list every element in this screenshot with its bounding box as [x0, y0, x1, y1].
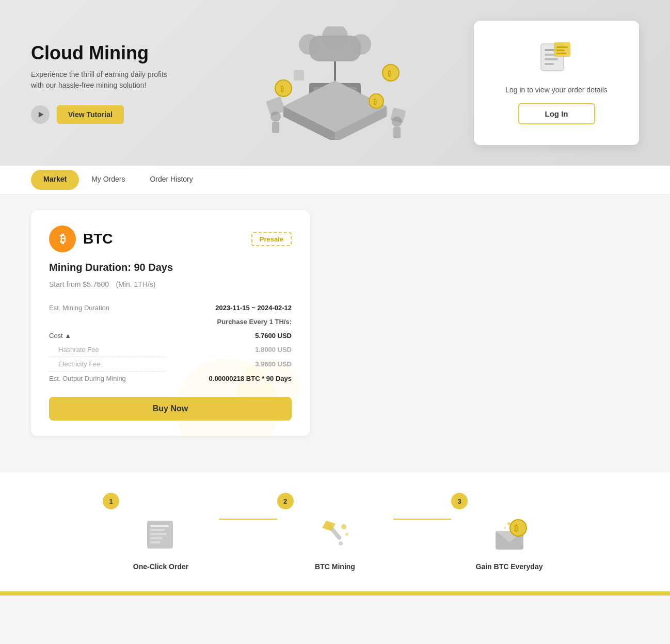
- svg-text:₿: ₿: [388, 69, 391, 77]
- svg-text:₿: ₿: [514, 524, 518, 533]
- electricity-fee-label: Electricity Fee: [49, 357, 166, 372]
- tab-order-history[interactable]: Order History: [137, 166, 205, 194]
- svg-text:₿: ₿: [373, 98, 377, 106]
- svg-rect-31: [556, 50, 565, 51]
- svg-rect-30: [556, 46, 568, 48]
- login-card: Log in to view your order details Log In: [474, 21, 639, 145]
- cost-row: Cost ▲ 5.7600 USD: [49, 329, 292, 343]
- step-2-label: BTC Mining: [315, 562, 355, 571]
- play-button[interactable]: [31, 105, 50, 124]
- hero-subtitle: Experience the thrill of earning daily p…: [31, 69, 176, 91]
- svg-rect-23: [393, 127, 401, 138]
- purchase-row: Purchase Every 1 TH/s:: [49, 315, 292, 329]
- hero-title: Cloud Mining: [31, 42, 176, 64]
- connector-2-3: [393, 519, 452, 520]
- svg-point-42: [345, 533, 348, 536]
- est-output-label: Est. Output During Mining: [49, 372, 166, 386]
- btc-icon: ₿: [49, 226, 76, 252]
- info-table: Est. Mining Duration 2023-11-15 ~ 2024-0…: [49, 301, 292, 385]
- buy-now-button[interactable]: Buy Now: [49, 397, 292, 421]
- play-icon: [37, 111, 44, 118]
- est-duration-row: Est. Mining Duration 2023-11-15 ~ 2024-0…: [49, 301, 292, 315]
- svg-rect-19: [294, 70, 304, 81]
- hashrate-fee-value: 1.8000 USD: [166, 343, 292, 357]
- presale-badge: Presale: [251, 232, 292, 246]
- est-output-row: Est. Output During Mining 0.00000218 BTC…: [49, 372, 292, 386]
- est-output-value: 0.00000218 BTC * 90 Days: [166, 372, 292, 386]
- svg-rect-36: [150, 533, 167, 535]
- step-3-icon: ₿: [491, 517, 528, 557]
- svg-rect-35: [150, 529, 165, 531]
- svg-point-20: [270, 111, 281, 122]
- svg-point-41: [341, 524, 346, 529]
- purchase-label: Purchase Every 1 TH/s:: [49, 315, 292, 329]
- svg-point-49: [504, 527, 506, 529]
- svg-rect-34: [150, 525, 169, 527]
- svg-marker-0: [39, 111, 44, 117]
- svg-point-3: [350, 34, 371, 55]
- svg-point-2: [299, 34, 320, 55]
- hero-actions: View Tutorial: [31, 105, 176, 124]
- mining-illustration-svg: ₿ ₿ ₿: [252, 26, 418, 140]
- svg-rect-32: [556, 53, 566, 54]
- btc-mining-icon: [317, 517, 353, 553]
- step-1: 1 One-Click Order: [103, 493, 219, 571]
- step-2-number: 2: [277, 493, 294, 509]
- step-1-icon: [143, 517, 179, 557]
- hashrate-fee-row: Hashrate Fee 1.8000 USD: [49, 343, 292, 357]
- mining-card: ₿ BTC Presale Mining Duration: 90 Days S…: [31, 210, 310, 436]
- est-duration-value: 2023-11-15 ~ 2024-02-12: [166, 301, 292, 315]
- hero-left: Cloud Mining Experience the thrill of ea…: [31, 42, 176, 124]
- step-1-number: 1: [103, 493, 119, 509]
- svg-text:₿: ₿: [280, 85, 284, 93]
- svg-point-22: [392, 117, 402, 127]
- tab-market[interactable]: Market: [31, 170, 79, 190]
- step-3-number: 3: [451, 493, 468, 509]
- steps-section: 1 One-Click Order 2: [0, 472, 670, 591]
- yellow-bar: [0, 591, 670, 595]
- one-click-order-icon: [143, 517, 179, 553]
- svg-point-48: [507, 522, 511, 525]
- gain-btc-icon: ₿: [491, 517, 528, 553]
- order-icon-svg: [538, 41, 575, 72]
- card-header: ₿ BTC Presale: [49, 226, 292, 252]
- step-3: 3 ₿ Gain BTC Everyday: [451, 493, 567, 571]
- step-3-label: Gain BTC Everyday: [476, 562, 543, 571]
- svg-rect-37: [150, 537, 163, 539]
- btc-label: BTC: [83, 231, 113, 247]
- svg-rect-27: [545, 58, 558, 60]
- login-button[interactable]: Log In: [518, 103, 595, 124]
- connector-1-2: [219, 519, 277, 520]
- step-2: 2 BTC Mining: [277, 493, 393, 571]
- step-1-label: One-Click Order: [133, 562, 188, 571]
- tab-my-orders[interactable]: My Orders: [79, 166, 137, 194]
- cost-label: Cost ▲: [49, 329, 166, 343]
- electricity-fee-value: 3.9600 USD: [166, 357, 292, 372]
- login-card-icon: [538, 41, 575, 76]
- nav-bar: Market My Orders Order History: [0, 166, 670, 195]
- hero-section: Cloud Mining Experience the thrill of ea…: [0, 0, 670, 166]
- svg-rect-38: [150, 541, 161, 543]
- est-duration-label: Est. Mining Duration: [49, 301, 166, 315]
- start-from-value: Start from $5.7600: [49, 280, 109, 288]
- hero-illustration: ₿ ₿ ₿: [201, 0, 469, 166]
- hashrate-fee-label: Hashrate Fee: [49, 343, 166, 357]
- svg-point-43: [339, 541, 343, 545]
- mining-duration: Mining Duration: 90 Days: [49, 262, 292, 273]
- min-label: (Min. 1TH/s): [116, 280, 156, 288]
- electricity-fee-row: Electricity Fee 3.9600 USD: [49, 357, 292, 372]
- start-from: Start from $5.7600 (Min. 1TH/s): [49, 278, 292, 289]
- login-card-text: Log in to view your order details: [505, 86, 608, 94]
- cost-value: 5.7600 USD: [166, 329, 292, 343]
- svg-rect-21: [272, 122, 279, 133]
- svg-point-46: [510, 520, 527, 536]
- svg-rect-28: [545, 63, 554, 65]
- main-content: ₿ BTC Presale Mining Duration: 90 Days S…: [0, 195, 670, 452]
- view-tutorial-button[interactable]: View Tutorial: [57, 105, 124, 124]
- step-2-icon: [317, 517, 353, 557]
